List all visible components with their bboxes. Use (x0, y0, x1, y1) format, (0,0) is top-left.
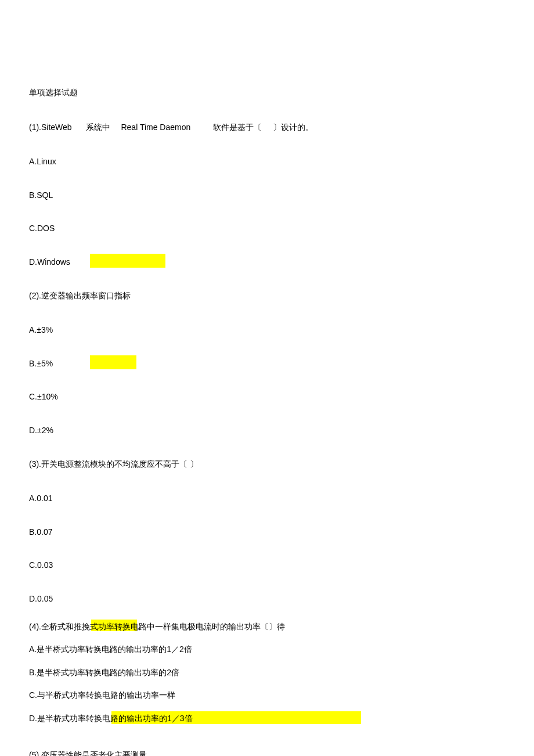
q4-option-d-text: D.是半桥式功率转换电路的输出功率的1／3倍 (29, 714, 193, 723)
q1-p4: 软件是基于〔 (213, 123, 262, 132)
q3-option-b: B.0.07 (29, 527, 505, 538)
q2-prompt: (2).逆变器输出频率窗口指标 (29, 290, 505, 302)
q2-option-a: A.±3% (29, 325, 505, 336)
q1-p1: (1).SiteWeb (29, 123, 72, 132)
section-title: 单项选择试题 (29, 87, 505, 99)
highlight-marker (90, 254, 165, 268)
q4-option-b: B.是半桥式功率转换电路的输出功率的2倍 (29, 667, 505, 679)
q5-prompt: (5).变压器性能是否老化主要测量 (29, 750, 505, 756)
q4-option-c: C.与半桥式功率转换电路的输出功率一样 (29, 690, 505, 701)
q2-option-b: B.±5% (29, 358, 505, 370)
q1-option-b: B.SQL (29, 190, 505, 201)
q3-prompt: (3).开关电源整流模块的不均流度应不高于〔 〕 (29, 459, 505, 470)
q2-option-b-text: B.±5% (29, 359, 53, 368)
q1-p2: 系统中 (86, 123, 110, 132)
q3-option-d: D.0.05 (29, 593, 505, 605)
q1-option-c: C.DOS (29, 223, 505, 235)
q4-prompt-text: (4).全桥式和推挽式功率转换电路中一样集电极电流时的输出功率〔〕待 (29, 622, 285, 631)
q1-p3: Real Time Daemon (121, 123, 190, 132)
q1-prompt: (1).SiteWeb 系统中 Real Time Daemon 软件是基于〔 … (29, 122, 505, 134)
q4-option-a: A.是半桥式功率转换电路的输出功率的1／2倍 (29, 644, 505, 656)
q2-option-c: C.±10% (29, 391, 505, 403)
q4-prompt: (4).全桥式和推挽式功率转换电路中一样集电极电流时的输出功率〔〕待 (29, 621, 505, 633)
q1-option-a: A.Linux (29, 156, 505, 168)
q3-option-c: C.0.03 (29, 560, 505, 571)
q1-option-d: D.Windows (29, 257, 505, 268)
q1-p5: 〕设计的。 (273, 123, 313, 132)
q1-option-d-text: D.Windows (29, 257, 70, 267)
q3-option-a: A.0.01 (29, 493, 505, 505)
highlight-marker (90, 355, 136, 369)
q4-option-d: D.是半桥式功率转换电路的输出功率的1／3倍 (29, 713, 505, 725)
q2-option-d: D.±2% (29, 425, 505, 437)
